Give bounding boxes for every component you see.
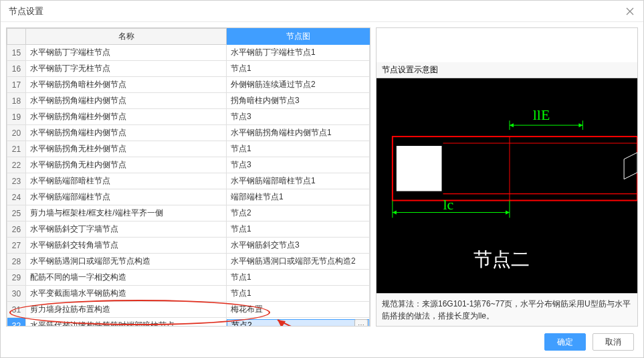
table-row[interactable]: 22水平钢筋拐角无柱内侧节点节点3: [7, 157, 370, 173]
row-name-cell[interactable]: 水平钢筋端部端柱节点: [26, 189, 227, 205]
row-name-cell[interactable]: 水平钢筋拐角无柱外侧节点: [26, 141, 227, 157]
row-name-cell[interactable]: 剪力墙与框架柱/框支柱/端柱平齐一侧: [26, 205, 227, 221]
close-icon[interactable]: [625, 6, 635, 17]
row-node-cell[interactable]: 水平钢筋端部暗柱节点1: [227, 173, 370, 189]
row-node-cell[interactable]: 梅花布置: [227, 302, 370, 318]
row-index: 24: [7, 189, 26, 205]
row-index: 20: [7, 125, 26, 141]
row-node-cell[interactable]: 水平钢筋斜交节点3: [227, 238, 370, 254]
row-node-cell[interactable]: 节点1: [227, 61, 370, 77]
label-llE: llE: [533, 107, 550, 123]
row-index: 26: [7, 221, 26, 238]
node-edit-input[interactable]: [227, 319, 369, 327]
row-index: 19: [7, 109, 26, 125]
row-name-cell[interactable]: 水平变截面墙水平钢筋构造: [26, 286, 227, 302]
dialog-body: 名称 节点图 15水平钢筋丁字端柱节点水平钢筋丁字端柱节点116水平钢筋丁字无柱…: [1, 22, 643, 327]
table-row[interactable]: 21水平钢筋拐角无柱外侧节点节点1: [7, 141, 370, 157]
table-row[interactable]: 31剪力墙身拉筋布置构造梅花布置: [7, 302, 370, 318]
table-row[interactable]: 32水平筋代替边缘构件箍筋时端部暗柱节点⋯: [7, 318, 370, 327]
row-node-cell[interactable]: 端部端柱节点1: [227, 189, 370, 205]
row-name-cell[interactable]: 水平钢筋拐角端柱内侧节点: [26, 93, 227, 109]
table-panel[interactable]: 名称 节点图 15水平钢筋丁字端柱节点水平钢筋丁字端柱节点116水平钢筋丁字无柱…: [6, 27, 370, 327]
row-name-cell[interactable]: 水平筋代替边缘构件箍筋时端部暗柱节点: [26, 318, 227, 327]
row-index: 17: [7, 77, 26, 93]
table-row[interactable]: 30水平变截面墙水平钢筋构造节点1: [7, 286, 370, 302]
row-node-cell[interactable]: 水平钢筋丁字端柱节点1: [227, 45, 370, 61]
row-node-cell[interactable]: 节点1: [227, 141, 370, 157]
preview-description: 规范算法：来源16G101-1第76~77页，水平分布钢筋采用U型筋与水平筋搭接…: [377, 293, 637, 326]
row-node-cell[interactable]: 水平钢筋拐角端柱内侧节点1: [227, 125, 370, 141]
row-index: 25: [7, 205, 26, 221]
row-name-cell[interactable]: 配筋不同的墙一字相交构造: [26, 270, 227, 286]
table-row[interactable]: 15水平钢筋丁字端柱节点水平钢筋丁字端柱节点1: [7, 45, 370, 61]
row-name-cell[interactable]: 水平钢筋丁字无柱节点: [26, 61, 227, 77]
row-name-cell[interactable]: 水平钢筋拐角无柱内侧节点: [26, 157, 227, 173]
row-index: 21: [7, 141, 26, 157]
row-node-cell[interactable]: 节点3: [227, 157, 370, 173]
row-node-cell[interactable]: 节点3: [227, 109, 370, 125]
row-node-cell[interactable]: 水平钢筋遇洞口或端部无节点构造2: [227, 254, 370, 270]
table-row[interactable]: 18水平钢筋拐角端柱内侧节点拐角暗柱内侧节点3: [7, 93, 370, 109]
table-row[interactable]: 19水平钢筋拐角端柱外侧节点节点3: [7, 109, 370, 125]
row-index: 23: [7, 173, 26, 189]
col-header-node[interactable]: 节点图: [227, 29, 370, 45]
row-index: 28: [7, 254, 26, 270]
titlebar: 节点设置: [1, 1, 643, 22]
ok-button[interactable]: 确定: [544, 333, 586, 351]
row-index: 31: [7, 302, 26, 318]
ellipsis-icon[interactable]: ⋯: [354, 319, 368, 327]
row-index: 30: [7, 286, 26, 302]
row-name-cell[interactable]: 水平钢筋端部暗柱节点: [26, 173, 227, 189]
table-row[interactable]: 24水平钢筋端部端柱节点端部端柱节点1: [7, 189, 370, 205]
preview-node-title: 节点二: [473, 249, 530, 270]
row-index: 32: [7, 318, 26, 327]
row-index: 18: [7, 93, 26, 109]
table-row[interactable]: 23水平钢筋端部暗柱节点水平钢筋端部暗柱节点1: [7, 173, 370, 189]
row-index: 29: [7, 270, 26, 286]
table-row[interactable]: 25剪力墙与框架柱/框支柱/端柱平齐一侧节点2: [7, 205, 370, 221]
table-row[interactable]: 26水平钢筋斜交丁字墙节点节点1: [7, 221, 370, 238]
row-name-cell[interactable]: 水平钢筋拐角暗柱外侧节点: [26, 77, 227, 93]
row-index: 16: [7, 61, 26, 77]
row-name-cell[interactable]: 水平钢筋遇洞口或端部无节点构造: [26, 254, 227, 270]
table-row[interactable]: 17水平钢筋拐角暗柱外侧节点外侧钢筋连续通过节点2: [7, 77, 370, 93]
row-node-cell[interactable]: 节点1: [227, 286, 370, 302]
col-header-index: [7, 29, 26, 45]
label-lc: lc: [443, 197, 453, 213]
row-node-cell[interactable]: 外侧钢筋连续通过节点2: [227, 77, 370, 93]
preview-title: 节点设置示意图: [377, 62, 637, 78]
row-index: 15: [7, 45, 26, 61]
preview-canvas: llE lc 节点二: [377, 78, 637, 293]
row-node-cell[interactable]: ⋯: [227, 318, 370, 327]
table-row[interactable]: 20水平钢筋拐角端柱内侧节点水平钢筋拐角端柱内侧节点1: [7, 125, 370, 141]
row-name-cell[interactable]: 水平钢筋斜交转角墙节点: [26, 238, 227, 254]
table-row[interactable]: 27水平钢筋斜交转角墙节点水平钢筋斜交节点3: [7, 238, 370, 254]
table-row[interactable]: 28水平钢筋遇洞口或端部无节点构造水平钢筋遇洞口或端部无节点构造2: [7, 254, 370, 270]
row-name-cell[interactable]: 水平钢筋丁字端柱节点: [26, 45, 227, 61]
preview-panel: 节点设置示意图 llE: [376, 27, 638, 327]
cancel-button[interactable]: 取消: [593, 333, 634, 351]
node-table: 名称 节点图 15水平钢筋丁字端柱节点水平钢筋丁字端柱节点116水平钢筋丁字无柱…: [7, 28, 370, 327]
row-name-cell[interactable]: 水平钢筋拐角端柱外侧节点: [26, 109, 227, 125]
col-header-name: 名称: [26, 29, 227, 45]
row-name-cell[interactable]: 水平钢筋拐角端柱内侧节点: [26, 125, 227, 141]
row-index: 27: [7, 238, 26, 254]
row-name-cell[interactable]: 剪力墙身拉筋布置构造: [26, 302, 227, 318]
row-node-cell[interactable]: 节点1: [227, 221, 370, 238]
section-block: [397, 146, 442, 191]
row-node-cell[interactable]: 节点2: [227, 205, 370, 221]
dialog-title: 节点设置: [9, 5, 43, 17]
row-node-cell[interactable]: 拐角暗柱内侧节点3: [227, 93, 370, 109]
row-index: 22: [7, 157, 26, 173]
preview-spacer: [377, 28, 637, 62]
dialog-footer: 确定 取消: [1, 327, 643, 357]
table-row[interactable]: 29配筋不同的墙一字相交构造节点1: [7, 270, 370, 286]
row-node-cell[interactable]: 节点1: [227, 270, 370, 286]
table-row[interactable]: 16水平钢筋丁字无柱节点节点1: [7, 61, 370, 77]
node-settings-dialog: 节点设置 名称 节点图 15水平钢筋丁字端柱节点水平钢筋丁字端柱节点116水平钢…: [0, 0, 644, 358]
row-name-cell[interactable]: 水平钢筋斜交丁字墙节点: [26, 221, 227, 238]
